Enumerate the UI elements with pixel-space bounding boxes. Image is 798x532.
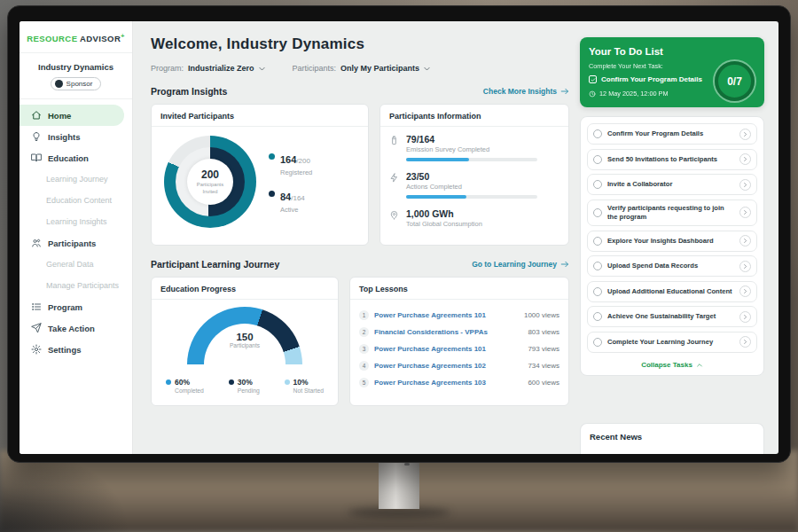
participants-filter-label: Participants: xyxy=(293,64,337,73)
todo-task-row[interactable]: Upload Spend Data Records xyxy=(587,255,757,277)
main-content: Welcome, Industry Dynamics Program: Indu… xyxy=(133,21,580,454)
go-to-learning-journey-link[interactable]: Go to Learning Journey xyxy=(472,260,569,269)
task-open-button[interactable] xyxy=(739,235,751,246)
sidebar-item-label: Manage Participants xyxy=(46,281,119,290)
sponsor-badge[interactable]: Sponsor xyxy=(51,77,102,90)
collapse-tasks-button[interactable]: Collapse Tasks xyxy=(587,356,757,372)
lesson-link[interactable]: Power Purchase Agreements 101 xyxy=(374,345,486,353)
program-insights-cards: Invited Participants 200 Participants In… xyxy=(151,104,569,246)
card-title: Participants Information xyxy=(380,105,568,127)
lesson-link[interactable]: Power Purchase Agreements 102 xyxy=(374,362,486,370)
todo-task-row[interactable]: Verify participants requesting to join t… xyxy=(587,200,757,227)
sidebar-item-home[interactable]: Home xyxy=(20,105,124,126)
participants-filter[interactable]: Participants: Only My Participants xyxy=(293,64,432,73)
invited-total: 200 xyxy=(201,168,219,181)
task-checkbox[interactable] xyxy=(593,287,602,296)
task-checkbox[interactable] xyxy=(593,237,602,246)
task-open-button[interactable] xyxy=(739,129,751,140)
sidebar-item-education-content[interactable]: Education Content xyxy=(20,190,132,211)
task-checkbox[interactable] xyxy=(593,338,602,347)
lesson-views: 734 views xyxy=(528,362,559,370)
invited-legend: 164/200 Registered 84/164 Active xyxy=(269,151,312,214)
gear-icon xyxy=(31,344,42,355)
todo-task-row[interactable]: Complete Your Learning Journey xyxy=(587,332,757,353)
sidebar-item-learning-insights[interactable]: Learning Insights xyxy=(20,211,132,232)
todo-task-row[interactable]: Invite a Collaborator xyxy=(587,174,757,195)
lesson-views: 600 views xyxy=(528,379,559,387)
location-pin-icon xyxy=(389,210,399,220)
program-filter[interactable]: Program: Industrialize Zero xyxy=(151,64,266,73)
sidebar-item-take-action[interactable]: Take Action xyxy=(20,317,132,339)
lesson-link[interactable]: Power Purchase Agreements 101 xyxy=(374,311,486,319)
lesson-views: 1000 views xyxy=(524,311,559,319)
stat-label: Total Global Consumption xyxy=(406,220,482,228)
check-more-insights-link[interactable]: Check More Insights xyxy=(483,87,569,96)
task-open-button[interactable] xyxy=(739,179,751,191)
chevron-up-icon xyxy=(696,362,703,369)
card-title: Invited Participants xyxy=(152,105,368,127)
task-open-button[interactable] xyxy=(739,286,751,297)
sidebar-item-label: Education xyxy=(48,153,89,163)
todo-title: Your To Do List xyxy=(589,46,755,57)
task-checkbox[interactable] xyxy=(593,312,602,321)
chevron-right-icon xyxy=(742,238,748,244)
monitor-stand xyxy=(379,461,419,509)
stat-label: Emission Survey Completed xyxy=(406,145,537,153)
lesson-row: 5 Power Purchase Agreements 103 600 view… xyxy=(359,374,559,391)
lesson-row: 2 Financial Considerations - VPPAs 803 v… xyxy=(359,324,559,340)
program-filter-value: Industrialize Zero xyxy=(188,64,254,73)
participants-filter-value: Only My Participants xyxy=(340,64,419,73)
stat-row: 1,000 GWh Total Global Consumption xyxy=(389,208,559,228)
bolt-icon xyxy=(389,173,399,183)
sidebar-item-general-data[interactable]: General Data xyxy=(20,254,132,275)
sidebar-item-insights[interactable]: Insights xyxy=(20,126,132,147)
todo-next-task[interactable]: Confirm Your Program Details xyxy=(589,75,715,83)
learning-heading: Participant Learning Journey xyxy=(151,259,279,270)
stat-value: 1,000 GWh xyxy=(406,208,482,219)
stat-value: 79/164 xyxy=(406,134,537,145)
task-open-button[interactable] xyxy=(739,207,751,218)
task-open-button[interactable] xyxy=(739,336,751,348)
task-open-button[interactable] xyxy=(739,153,751,165)
sidebar-item-manage-participants[interactable]: Manage Participants xyxy=(20,275,132,296)
task-checkbox[interactable] xyxy=(593,262,602,270)
legend-value: 164 xyxy=(280,154,296,165)
stat-row: 79/164 Emission Survey Completed xyxy=(389,134,559,161)
todo-task-row[interactable]: Confirm Your Program Details xyxy=(587,123,757,145)
lesson-rank: 1 xyxy=(359,310,369,320)
todo-task-row[interactable]: Explore Your Insights Dashboard xyxy=(587,231,757,252)
education-gauge-legend: 60% Completed 30% Pending xyxy=(160,378,329,394)
todo-due-label: 12 May 2025, 12:00 PM xyxy=(599,90,668,98)
sidebar-item-learning-journey[interactable]: Learning Journey xyxy=(20,168,132,190)
sidebar-item-settings[interactable]: Settings xyxy=(20,339,132,360)
gauge-value: 150 xyxy=(187,332,302,342)
progress-bar-track xyxy=(406,158,537,161)
legend-dot xyxy=(269,153,275,160)
task-checkbox[interactable] xyxy=(593,129,602,138)
sidebar-item-participants[interactable]: Participants xyxy=(20,232,132,254)
sidebar-item-label: Participants xyxy=(48,239,96,248)
todo-task-row[interactable]: Upload Additional Educational Content xyxy=(587,281,757,302)
education-progress-card: Education Progress 150 Participants 6 xyxy=(151,277,339,406)
task-label: Achieve One Sustainability Target xyxy=(607,312,734,321)
lesson-link[interactable]: Power Purchase Agreements 103 xyxy=(374,379,486,387)
lesson-link[interactable]: Financial Considerations - VPPAs xyxy=(374,328,488,336)
sidebar-item-program[interactable]: Program xyxy=(20,296,132,317)
task-open-button[interactable] xyxy=(739,261,751,272)
todo-task-row[interactable]: Send 50 Invitations to Participants xyxy=(587,149,757,170)
stat-value: 23/50 xyxy=(406,171,537,182)
task-open-button[interactable] xyxy=(739,311,751,323)
todo-task-row[interactable]: Achieve One Sustainability Target xyxy=(587,306,757,327)
lesson-row: 4 Power Purchase Agreements 102 734 view… xyxy=(359,357,559,374)
chevron-right-icon xyxy=(742,339,748,345)
legend-dot xyxy=(269,191,275,197)
todo-next-task-label: Confirm Your Program Details xyxy=(601,75,702,83)
task-checkbox[interactable] xyxy=(593,208,602,217)
sidebar-item-education[interactable]: Education xyxy=(20,147,132,168)
home-icon xyxy=(31,110,42,121)
clock-icon xyxy=(589,90,596,98)
task-checkbox[interactable] xyxy=(593,155,602,164)
task-checkbox[interactable] xyxy=(593,180,602,189)
filter-bar: Program: Industrialize Zero Participants… xyxy=(151,64,569,73)
stat-row: 23/50 Actions Completed xyxy=(389,171,559,199)
